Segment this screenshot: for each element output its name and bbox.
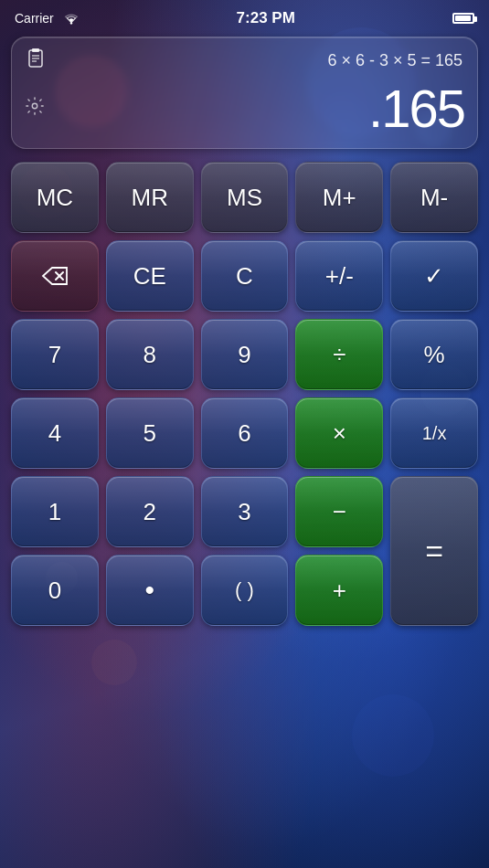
- status-bar: Carrier 7:23 PM: [0, 0, 489, 37]
- seven-button[interactable]: 7: [11, 319, 99, 390]
- parens-button[interactable]: ( ): [201, 555, 289, 626]
- carrier-text: Carrier: [15, 11, 79, 26]
- time-display: 7:23 PM: [237, 9, 295, 27]
- minus-button[interactable]: −: [295, 476, 383, 547]
- decimal-button[interactable]: •: [106, 555, 194, 626]
- three-button[interactable]: 3: [201, 476, 289, 547]
- zero-button[interactable]: 0: [11, 555, 99, 626]
- settings-button[interactable]: [25, 96, 45, 121]
- ms-button[interactable]: MS: [201, 162, 289, 233]
- c-button[interactable]: C: [201, 240, 289, 312]
- mc-button[interactable]: MC: [11, 162, 99, 233]
- ce-button[interactable]: CE: [106, 240, 194, 312]
- eight-button[interactable]: 8: [106, 319, 194, 390]
- display-panel: 6 × 6 - 3 × 5 = 165 .165: [11, 37, 478, 149]
- carrier-label: Carrier: [15, 11, 54, 26]
- mr-button[interactable]: MR: [106, 162, 194, 233]
- six-button[interactable]: 6: [201, 397, 289, 469]
- nine-button[interactable]: 9: [201, 319, 289, 390]
- wifi-icon: [64, 14, 79, 25]
- battery-area: [452, 13, 474, 24]
- clipboard-button[interactable]: [25, 47, 47, 74]
- mminus-button[interactable]: M-: [390, 162, 478, 233]
- svg-point-6: [32, 103, 37, 109]
- plusminus-button[interactable]: +/-: [295, 240, 383, 312]
- svg-point-0: [70, 22, 72, 24]
- mplus-button[interactable]: M+: [295, 162, 383, 233]
- check-button[interactable]: ✓: [390, 240, 478, 312]
- five-button[interactable]: 5: [106, 397, 194, 469]
- equals-button[interactable]: =: [390, 476, 478, 626]
- one-button[interactable]: 1: [11, 476, 99, 547]
- multiply-button[interactable]: ×: [295, 397, 383, 469]
- backspace-button[interactable]: [11, 240, 99, 312]
- battery-icon: [452, 13, 474, 24]
- two-button[interactable]: 2: [106, 476, 194, 547]
- plus-button[interactable]: +: [295, 555, 383, 626]
- percent-button[interactable]: %: [390, 319, 478, 390]
- expression-display: 6 × 6 - 3 × 5 = 165: [47, 51, 464, 70]
- reciprocal-button[interactable]: 1/x: [390, 397, 478, 469]
- divide-button[interactable]: ÷: [295, 319, 383, 390]
- button-grid: MC MR MS M+ M- CE C +/- ✓ 7 8 9 ÷ % 4 5 …: [11, 162, 478, 626]
- result-display: .165: [45, 78, 464, 139]
- four-button[interactable]: 4: [11, 397, 99, 469]
